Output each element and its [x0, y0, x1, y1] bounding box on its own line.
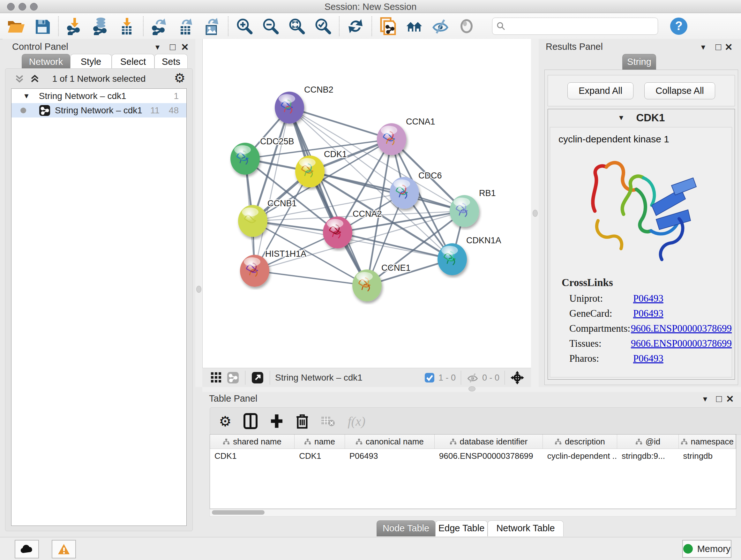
tab-network-table[interactable]: Network Table [488, 520, 563, 537]
import-network-database-icon[interactable] [92, 17, 110, 35]
clone-network-icon[interactable] [379, 17, 397, 35]
expand-all-button[interactable]: Expand All [567, 82, 633, 99]
node-CDC6[interactable] [390, 177, 419, 209]
results-panel-float-icon[interactable]: □ [716, 42, 721, 52]
tab-string[interactable]: String [622, 54, 656, 70]
delete-column-icon[interactable] [296, 413, 309, 429]
warning-button[interactable] [52, 540, 76, 558]
horizontal-splitter-handle[interactable] [468, 386, 475, 391]
refresh-icon[interactable] [347, 17, 364, 35]
search-field[interactable] [506, 21, 654, 31]
tab-select[interactable]: Select [112, 54, 154, 70]
column-header-namespace[interactable]: namespace [679, 435, 736, 449]
crosslink-link[interactable]: 9606.ENSP00000378699 [631, 338, 732, 349]
network-canvas[interactable]: CCNB2CCNA1CDC25BCDK1CDC6RB1CCNB1CCNA2CDK… [202, 39, 531, 368]
table-cell[interactable]: 9606.ENSP00000378699 [434, 449, 543, 463]
network-edges[interactable] [245, 108, 464, 286]
selected-nodes-checkbox[interactable] [424, 373, 434, 383]
help-icon[interactable]: ? [670, 17, 687, 35]
tab-network[interactable]: Network [22, 54, 70, 70]
crosslink-link[interactable]: P06493 [633, 308, 664, 319]
tab-edge-table[interactable]: Edge Table [435, 520, 488, 537]
left-splitter[interactable] [195, 39, 202, 387]
table-cell[interactable]: P06493 [345, 449, 434, 463]
node-CCNA2[interactable] [323, 216, 352, 248]
table-cell[interactable]: CDK1 [294, 449, 345, 463]
control-panel-close-icon[interactable]: ✕ [181, 42, 189, 53]
protein-expander-icon[interactable]: ▼ [618, 114, 625, 122]
column-header-description[interactable]: description [543, 435, 617, 449]
network-share-gray-icon[interactable] [226, 369, 240, 387]
column-header-canonicalname[interactable]: canonical name [345, 435, 434, 449]
node-CCNE1[interactable] [352, 269, 382, 301]
table-panel-menu-icon[interactable]: ▾ [703, 394, 707, 404]
node-CDKN1A[interactable] [437, 243, 467, 275]
left-splitter-handle[interactable] [196, 286, 201, 293]
network-list-options-gear-icon[interactable]: ⚙ [174, 71, 185, 85]
save-session-icon[interactable] [33, 17, 51, 35]
column-header-databaseidentifier[interactable]: database identifier [434, 435, 543, 449]
houses-icon[interactable] [405, 17, 423, 35]
birdseye-grid-icon[interactable] [209, 369, 223, 387]
export-network-icon[interactable] [151, 17, 169, 35]
collapse-all-button[interactable]: Collapse All [644, 82, 715, 99]
import-table-icon[interactable] [118, 17, 136, 35]
crosslink-link[interactable]: 9606.ENSP00000378699 [631, 323, 732, 334]
column-header-id[interactable]: @id [617, 435, 678, 449]
table-panel-close-icon[interactable]: ✕ [726, 393, 734, 405]
open-in-new-window-icon[interactable] [251, 369, 265, 387]
export-image-icon[interactable] [203, 17, 221, 35]
crosslink-link[interactable]: P06493 [633, 293, 664, 304]
results-panel-close-icon[interactable]: ✕ [725, 42, 733, 53]
scrollbar-thumb[interactable] [212, 510, 265, 515]
column-header-sharedname[interactable]: shared name [210, 435, 294, 449]
zoom-fit-icon[interactable] [288, 17, 306, 35]
edge-CCNB2-CCNA1[interactable] [289, 108, 392, 139]
show-columns-icon[interactable] [244, 413, 258, 429]
tab-style[interactable]: Style [70, 54, 112, 70]
node-HIST1H1A[interactable] [240, 255, 269, 287]
crosslink-link[interactable]: P06493 [633, 353, 664, 364]
pan-crosshair-icon[interactable] [510, 370, 525, 385]
table-horizontal-scrollbar[interactable] [210, 509, 736, 516]
open-file-icon[interactable] [7, 17, 25, 35]
export-table-icon[interactable] [177, 17, 195, 35]
table-cell[interactable]: stringdb [679, 449, 736, 463]
node-CCNB1[interactable] [238, 205, 267, 237]
eye-icon[interactable] [458, 17, 475, 35]
hidden-eye-slash-icon[interactable] [466, 372, 479, 383]
control-panel-menu-icon[interactable]: ▾ [155, 42, 159, 52]
node-table[interactable]: shared namenamecanonical namedatabase id… [210, 434, 736, 509]
import-network-file-icon[interactable] [66, 17, 84, 35]
add-column-icon[interactable] [270, 413, 284, 429]
tab-sets[interactable]: Sets [154, 54, 188, 70]
table-cell[interactable]: cyclin-dependent ... [543, 449, 617, 463]
node-CDK1[interactable] [295, 155, 325, 187]
node-RB1[interactable] [450, 195, 479, 227]
search-input[interactable] [492, 17, 658, 35]
zoom-selected-icon[interactable] [314, 17, 332, 35]
table-row[interactable]: CDK1CDK1P064939606.ENSP00000378699cyclin… [210, 449, 736, 463]
table-panel-float-icon[interactable]: □ [716, 393, 722, 404]
network-graph[interactable]: CCNB2CCNA1CDC25BCDK1CDC6RB1CCNB1CCNA2CDK… [203, 39, 531, 368]
tab-node-table[interactable]: Node Table [377, 520, 435, 537]
edge-HIST1H1A-CCNE1[interactable] [255, 271, 367, 286]
node-CDC25B[interactable] [230, 143, 260, 175]
column-header-name[interactable]: name [294, 435, 345, 449]
network-collection-row[interactable]: ▼ String Network – cdk1 1 [11, 89, 186, 103]
right-splitter-handle[interactable] [533, 210, 538, 217]
control-panel-float-icon[interactable]: □ [170, 42, 176, 52]
zoom-out-icon[interactable] [262, 17, 280, 35]
node-CCNB2[interactable] [275, 91, 304, 124]
protein-section-header[interactable]: ▼ CDK1 [548, 109, 735, 126]
eye-slash-icon[interactable] [431, 17, 449, 35]
table-cell[interactable]: CDK1 [210, 449, 294, 463]
zoom-in-icon[interactable] [235, 17, 253, 35]
cloud-button[interactable] [15, 540, 39, 558]
collection-expander-icon[interactable]: ▼ [23, 92, 30, 100]
node-CCNA1[interactable] [377, 123, 406, 155]
memory-button[interactable]: Memory [682, 540, 731, 558]
table-options-gear-icon[interactable]: ⚙ [219, 413, 231, 429]
edge-CCNB2-CCNE1[interactable] [289, 108, 367, 286]
table-cell[interactable]: stringdb:9... [617, 449, 678, 463]
